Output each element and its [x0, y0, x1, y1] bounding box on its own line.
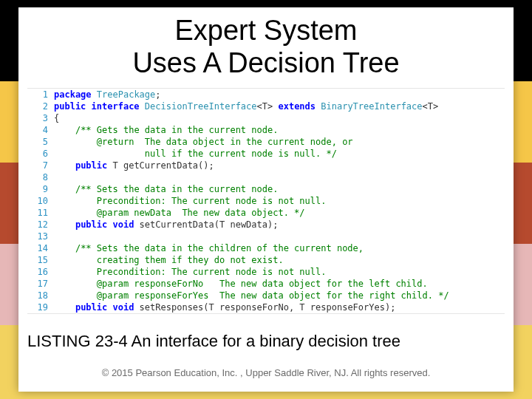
code-tokens — [54, 171, 59, 183]
line-number: 3 — [27, 112, 54, 124]
title-line-1: Expert System — [174, 15, 357, 46]
line-number: 1 — [27, 89, 54, 100]
code-line: 4 /** Gets the data in the current node. — [27, 124, 505, 136]
line-number: 17 — [27, 278, 54, 290]
line-number: 9 — [27, 183, 54, 195]
code-tokens: public void setResponses(T responseForNo… — [54, 301, 395, 313]
line-number: 2 — [27, 100, 54, 112]
line-number: 14 — [27, 242, 54, 254]
line-number: 15 — [27, 254, 54, 266]
title-line-2: Uses A Decision Tree — [132, 47, 399, 78]
code-line: 10 Precondition: The current node is not… — [27, 195, 505, 207]
code-line: 1package TreePackage; — [27, 89, 505, 100]
code-line: 15 creating them if they do not exist. — [27, 254, 505, 266]
code-line: 2public interface DecisionTreeInterface<… — [27, 100, 505, 112]
line-number: 13 — [27, 231, 54, 242]
code-tokens: @param newData The new data object. */ — [54, 207, 305, 219]
code-tokens: public interface DecisionTreeInterface<T… — [54, 100, 438, 112]
line-number: 7 — [27, 160, 54, 171]
code-tokens: Precondition: The current node is not nu… — [54, 266, 326, 278]
copyright-notice: © 2015 Pearson Education, Inc. , Upper S… — [18, 367, 514, 378]
listing-caption: LISTING 23-4 An interface for a binary d… — [27, 332, 505, 351]
slide-content: Expert System Uses A Decision Tree 1pack… — [18, 7, 514, 392]
code-tokens: @return The data object in the current n… — [54, 136, 353, 148]
code-tokens: creating them if they do not exist. — [54, 254, 284, 266]
code-line: 7 public T getCurrentData(); — [27, 160, 505, 171]
code-tokens — [54, 231, 59, 242]
code-line: 18 @param responseForYes The new data ob… — [27, 290, 505, 301]
code-tokens: @param responseForYes The new data objec… — [54, 290, 449, 301]
code-line: 8 — [27, 171, 505, 183]
code-line: 6 null if the current node is null. */ — [27, 148, 505, 160]
code-tokens: public T getCurrentData(); — [54, 160, 214, 171]
code-tokens: /** Gets the data in the current node. — [54, 124, 278, 136]
line-number: 4 — [27, 124, 54, 136]
code-line: 11 @param newData The new data object. *… — [27, 207, 505, 219]
slide-title: Expert System Uses A Decision Tree — [18, 15, 514, 79]
code-tokens: null if the current node is null. */ — [54, 148, 337, 160]
code-line: 17 @param responseForNo The new data obj… — [27, 278, 505, 290]
line-number: 11 — [27, 207, 54, 219]
code-line: 16 Precondition: The current node is not… — [27, 266, 505, 278]
code-line: 5 @return The data object in the current… — [27, 136, 505, 148]
code-tokens: /** Sets the data in the current node. — [54, 183, 278, 195]
line-number: 12 — [27, 219, 54, 231]
code-tokens: { — [54, 112, 59, 124]
code-line: 9 /** Sets the data in the current node. — [27, 183, 505, 195]
code-line: 19 public void setResponses(T responseFo… — [27, 301, 505, 313]
code-line: 3{ — [27, 112, 505, 124]
code-tokens: public void setCurrentData(T newData); — [54, 219, 278, 231]
code-line: 13 — [27, 231, 505, 242]
code-tokens: Precondition: The current node is not nu… — [54, 195, 326, 207]
line-number: 6 — [27, 148, 54, 160]
code-line: 14 /** Sets the data in the children of … — [27, 242, 505, 254]
code-tokens: @param responseForNo The new data object… — [54, 278, 428, 290]
code-line: 12 public void setCurrentData(T newData)… — [27, 219, 505, 231]
code-tokens: /** Sets the data in the children of the… — [54, 242, 364, 254]
line-number: 10 — [27, 195, 54, 207]
line-number: 8 — [27, 171, 54, 183]
line-number: 16 — [27, 266, 54, 278]
code-listing: 1package TreePackage;2public interface D… — [27, 88, 505, 314]
line-number: 5 — [27, 136, 54, 148]
code-tokens: package TreePackage; — [54, 89, 161, 100]
line-number: 18 — [27, 290, 54, 301]
line-number: 19 — [27, 301, 54, 313]
